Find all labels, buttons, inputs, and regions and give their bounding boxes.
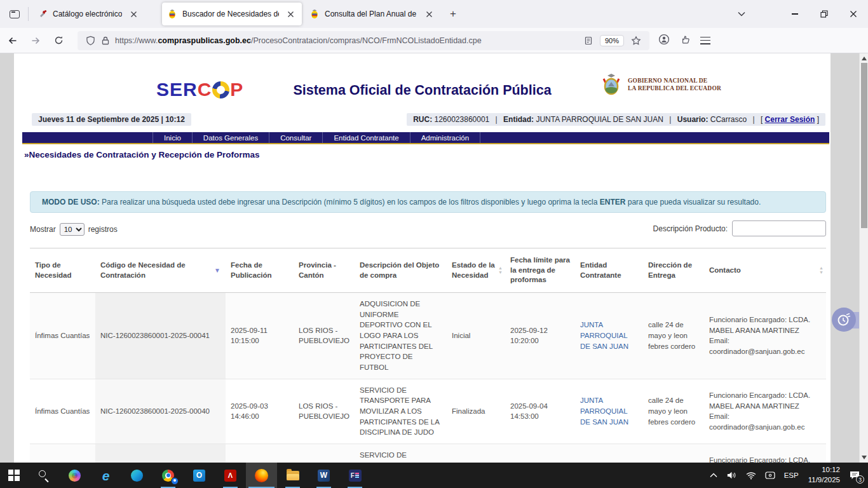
start-button[interactable] (0, 463, 28, 488)
tab-title: Consulta del Plan Anual de Con (325, 10, 417, 18)
taskbar-edge-button[interactable] (121, 463, 153, 488)
bookmark-star-icon[interactable] (631, 36, 641, 46)
account-icon[interactable] (658, 34, 670, 48)
taskbar-clock[interactable]: 10:12 11/9/2025 (803, 465, 845, 485)
page-viewport: SERCP Sistema Oficial de Contratación Pú… (0, 53, 868, 463)
cell-contacto: Funcionario Encargado: LCDA. MABEL ARANA… (704, 293, 826, 379)
menu-item-entidad-contratante[interactable]: Entidad Contratante (322, 132, 409, 143)
sort-desc-icon: ▼ (214, 266, 220, 275)
entity-label: Entidad: (503, 115, 534, 124)
forward-button[interactable] (25, 30, 46, 51)
restore-button[interactable] (810, 0, 839, 28)
cell-codigo: NIC-1260023860001-2025-00041 (95, 293, 226, 379)
profile-badge-icon[interactable] (680, 34, 690, 47)
tab-close-icon[interactable] (423, 8, 435, 20)
col-estado-necesidad[interactable]: Estado de la Necesidad▲▼ (447, 248, 505, 293)
chrome-profile-badge-icon (171, 477, 179, 485)
taskbar-copilot-button[interactable] (59, 463, 90, 488)
col-direccion-entrega[interactable]: Dirección de Entrega (643, 248, 704, 293)
menu-item-consultar[interactable]: Consultar (269, 132, 322, 143)
menu-item-datos-generales[interactable]: Datos Generales (192, 132, 269, 143)
col-tipo-necesidad[interactable]: Tipo de Necesidad (30, 248, 95, 293)
taskbar-internet-explorer-button[interactable]: e (90, 463, 121, 488)
minimize-button[interactable] (780, 0, 810, 28)
browser-tab-bar: Catálogo electrónico Buscador de Necesid… (0, 0, 868, 28)
tab-title: Catálogo electrónico (53, 10, 122, 18)
logout-link[interactable]: Cerrar Sesión (765, 115, 815, 124)
col-provincia-canton[interactable]: Provincia - Cantón (294, 248, 355, 293)
close-icon (850, 10, 857, 18)
taskbar-chrome-button[interactable] (153, 463, 184, 488)
col-contacto[interactable]: Contacto▲▼ (704, 248, 826, 293)
meet-now-icon[interactable] (761, 463, 780, 488)
scroll-up-icon[interactable] (860, 54, 868, 63)
taskbar-file-explorer-button[interactable] (277, 463, 308, 488)
government-text: GOBIERNO NACIONAL DE LA REPUBLICA DEL EC… (628, 78, 721, 93)
scroll-down-icon[interactable] (860, 453, 868, 462)
menu-item-inicio[interactable]: Inicio (153, 132, 192, 143)
entity-link[interactable]: JUNTA PARROQUIAL DE SAN JUAN (580, 396, 628, 425)
tab-close-icon[interactable] (127, 8, 140, 20)
menu-item-administracion[interactable]: Administración (410, 132, 480, 143)
col-codigo-necesidad[interactable]: Código de Necesidad de Contratación▼ (95, 248, 226, 293)
col-entidad-contratante[interactable]: Entidad Contratante (575, 248, 643, 293)
cell-provincia: LOS RIOS - PUEBLOVIEJO (294, 444, 355, 463)
ecuador-crest-favicon-icon (167, 9, 177, 19)
cell-estado: Inicial (447, 293, 505, 379)
cell-tipo: Ínfimas Cuantías (30, 379, 95, 444)
browser-toolbar: https://www.compraspublicas.gob.ec/Proce… (0, 28, 868, 53)
lock-icon[interactable] (102, 36, 109, 45)
entity-link[interactable]: JUNTA PARROQUIAL DE SAN JUAN (580, 321, 628, 349)
volume-icon[interactable] (722, 463, 742, 488)
table-row: Ínfimas Cuantías NIC-1260023860001-2025-… (30, 444, 826, 463)
tab-close-icon[interactable] (284, 8, 297, 20)
taskbar-acrobat-button[interactable]: Λ (215, 463, 246, 488)
taskbar-word-button[interactable]: W (308, 463, 339, 488)
firefox-view-button[interactable] (5, 4, 24, 24)
sort-both-icon: ▲▼ (498, 266, 503, 275)
tab-catalogo-electronico[interactable]: Catálogo electrónico (32, 3, 159, 25)
zoom-level-badge[interactable]: 90% (600, 35, 624, 46)
clock-widget-icon[interactable] (832, 308, 856, 332)
quick-access-widget[interactable] (832, 308, 860, 333)
ruc-value: 1260023860001 (435, 115, 490, 124)
list-all-tabs-button[interactable] (732, 4, 751, 24)
col-fecha-limite[interactable]: Fecha límite para la entrega de proforma… (505, 248, 575, 293)
taskbar-search-button[interactable] (28, 463, 59, 488)
screen: Catálogo electrónico Buscador de Necesid… (0, 0, 868, 488)
show-records-select[interactable]: 10 (60, 223, 85, 236)
edge-icon (131, 470, 143, 482)
clock-date: 11/9/2025 (808, 475, 840, 485)
col-fecha-publicacion[interactable]: Fecha de Publicación (226, 248, 294, 293)
menu-hamburger-icon[interactable] (700, 37, 710, 44)
table-header-row: Tipo de Necesidad Código de Necesidad de… (30, 248, 826, 293)
taskbar-outlook-button[interactable]: O (184, 463, 215, 488)
col-descripcion-objeto[interactable]: Descripción del Objeto de compra (355, 248, 447, 293)
system-tray: ESP 10:12 11/9/2025 3 (705, 463, 868, 488)
tab-buscador-necesidades[interactable]: Buscador de Necesidades de Co (162, 3, 302, 25)
ecuador-coat-of-arms-icon (600, 72, 623, 98)
new-tab-button[interactable]: + (444, 5, 462, 23)
taskbar-firefox-button[interactable] (246, 463, 277, 488)
notification-center-button[interactable]: 3 (845, 463, 868, 488)
page-scrollbar[interactable] (859, 53, 868, 463)
copilot-icon (69, 470, 81, 482)
reader-mode-icon[interactable] (584, 36, 593, 45)
close-window-button[interactable] (839, 0, 868, 28)
file-explorer-icon (287, 471, 299, 480)
taskbar-fs-app-button[interactable]: F (339, 463, 370, 488)
windows-taskbar: e O Λ W F ESP 10:12 11/9/2025 3 (0, 463, 868, 488)
product-description-input[interactable] (732, 220, 826, 236)
language-indicator[interactable]: ESP (780, 463, 803, 488)
shield-icon[interactable] (86, 36, 95, 46)
tray-chevron-up-icon[interactable] (705, 463, 722, 488)
tab-consulta-plan-anual[interactable]: Consulta del Plan Anual de Con (304, 3, 440, 25)
back-button[interactable] (3, 30, 23, 51)
cell-entidad: JUNTA PARROQUIAL DE SAN JUAN (575, 293, 643, 379)
url-text: https://www.compraspublicas.gob.ec/Proce… (115, 36, 581, 45)
wifi-icon[interactable] (742, 463, 761, 488)
scrollbar-thumb[interactable] (861, 63, 867, 228)
sort-both-icon: ▲▼ (819, 266, 824, 275)
reload-button[interactable] (48, 30, 69, 51)
url-bar[interactable]: https://www.compraspublicas.gob.ec/Proce… (78, 31, 649, 50)
